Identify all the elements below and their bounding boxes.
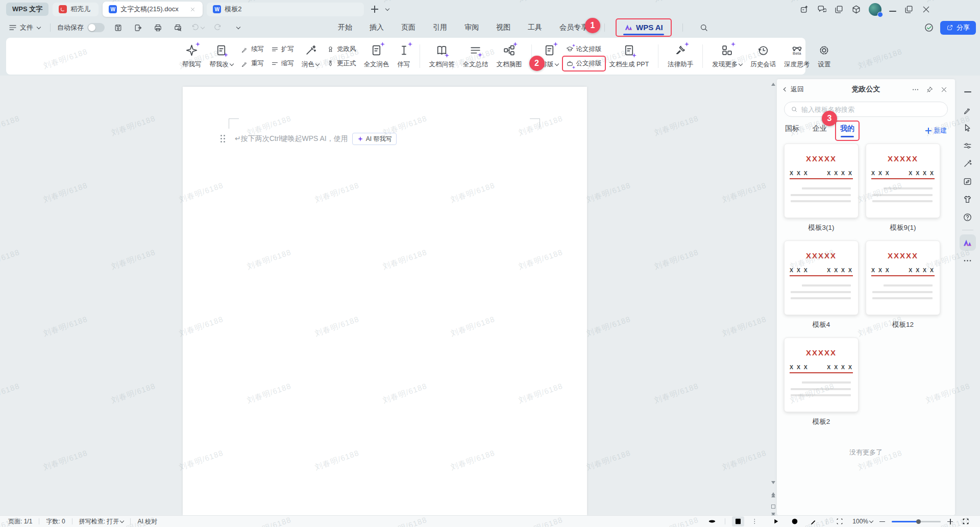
collapse-sidebar-icon[interactable] xyxy=(960,84,976,100)
print-preview-button[interactable] xyxy=(171,21,184,34)
doc-fix-check-icon[interactable] xyxy=(924,22,934,33)
close-button[interactable] xyxy=(921,5,931,14)
more-panels-icon[interactable] xyxy=(960,252,976,269)
ai-proofread[interactable]: AI 校对 xyxy=(137,517,157,526)
skin-theme-icon[interactable] xyxy=(960,191,976,207)
ribbon-continue-writing[interactable]: 续写 xyxy=(241,45,264,54)
tab-document-active[interactable]: W 文字文稿(215).docx xyxy=(103,2,203,17)
menu-view[interactable]: 视图 xyxy=(495,21,511,34)
tab-list-chevron[interactable] xyxy=(384,5,389,14)
scroll-up-arrow[interactable] xyxy=(769,83,777,86)
apps-box-icon[interactable] xyxy=(851,5,861,14)
edit-pen-icon[interactable] xyxy=(960,102,976,118)
ribbon-expand-text[interactable]: 扩写 xyxy=(271,45,294,54)
new-template-button[interactable]: 新建 xyxy=(925,126,947,135)
toolbar-more-chevron[interactable] xyxy=(231,21,244,34)
zoom-in-button[interactable] xyxy=(947,519,953,524)
ink-annotate-icon[interactable] xyxy=(807,516,820,526)
zoom-slider[interactable] xyxy=(892,518,941,524)
eye-protect-icon[interactable] xyxy=(706,516,718,526)
print-button[interactable] xyxy=(151,21,164,34)
tab-close-icon[interactable] xyxy=(188,5,197,13)
ribbon-settings[interactable]: 设置 xyxy=(814,44,834,69)
switch-window-icon[interactable] xyxy=(834,5,844,14)
ai-help-me-write-pill[interactable]: AI 帮我写 xyxy=(352,133,397,145)
ribbon-shorten-text[interactable]: 缩写 xyxy=(271,59,294,68)
page-view-icon-active[interactable] xyxy=(732,516,744,526)
spellcheck-status[interactable]: 拼写检查: 打开 xyxy=(79,517,124,526)
menu-tools[interactable]: 工具 xyxy=(527,21,543,34)
ribbon-doc-to-ppt[interactable]: 文档生成 PPT xyxy=(606,44,653,69)
ribbon-co-writing[interactable]: 伴写 xyxy=(394,44,414,69)
menu-review[interactable]: 审阅 xyxy=(463,21,480,34)
template-card[interactable]: XXXXX X X XX X X X 模板3(1) xyxy=(784,143,859,241)
word-count[interactable]: 字数: 0 xyxy=(46,517,65,526)
template-search-box[interactable] xyxy=(784,102,948,117)
menu-member[interactable]: 会员专享 1 xyxy=(558,21,589,34)
outline-view-icon[interactable] xyxy=(751,516,763,526)
restore-button[interactable] xyxy=(904,5,914,14)
tab-mine-active[interactable]: 我的 3 xyxy=(840,124,854,137)
select-cursor-icon[interactable] xyxy=(960,119,976,136)
ribbon-rewrite[interactable]: 重写 xyxy=(241,59,264,68)
paragraph-drag-handle[interactable] xyxy=(220,135,226,143)
adjust-sliders-icon[interactable] xyxy=(960,137,976,154)
ribbon-typeset[interactable]: 排版 2 xyxy=(537,44,562,69)
zoom-value[interactable]: 100% xyxy=(852,518,873,525)
ribbon-full-text-summary[interactable]: 全文总结 xyxy=(459,44,492,69)
ai-assistant-icon[interactable] xyxy=(799,5,809,14)
fit-page-icon[interactable] xyxy=(834,516,846,526)
ribbon-party-style[interactable]: 党政风 xyxy=(327,45,356,54)
template-card[interactable]: XXXXX X X XX X X X 模板4 xyxy=(784,241,859,338)
feedback-chat-icon[interactable] xyxy=(817,5,826,14)
previous-page-button[interactable] xyxy=(769,492,777,497)
fullscreen-icon[interactable] xyxy=(960,516,972,526)
ribbon-more-formal[interactable]: 更正式 xyxy=(327,59,356,68)
tab-national-standard[interactable]: 国标 xyxy=(785,124,799,137)
ribbon-legal-assistant[interactable]: 法律助手 xyxy=(664,44,697,69)
ribbon-doc-mindmap[interactable]: 文档脑图 xyxy=(493,44,526,69)
document-scrollbar[interactable] xyxy=(769,78,777,515)
zoom-out-button[interactable] xyxy=(879,519,885,524)
ribbon-help-me-edit[interactable]: 帮我改 xyxy=(206,44,237,69)
minimize-button[interactable] xyxy=(889,5,896,14)
undo-button[interactable] xyxy=(191,21,204,34)
template-card[interactable]: XXXXX X X XX X X X 模板12 xyxy=(866,241,940,338)
tab-template2[interactable]: W 模板2 xyxy=(207,3,364,16)
ribbon-thesis-typeset[interactable]: 论文排版 xyxy=(566,45,602,54)
tab-enterprise[interactable]: 企业 xyxy=(813,124,827,137)
ribbon-doc-qa[interactable]: 文档问答 xyxy=(426,44,458,69)
menu-insert[interactable]: 插入 xyxy=(369,21,385,34)
file-menu-button[interactable]: 文件 xyxy=(5,21,43,34)
user-avatar[interactable] xyxy=(869,3,881,16)
tab-docer[interactable]: 稻壳儿 xyxy=(53,3,99,16)
ribbon-polish[interactable]: 润色 xyxy=(298,44,323,69)
save-button[interactable] xyxy=(111,21,125,34)
menu-page[interactable]: 页面 xyxy=(400,21,416,34)
close-panel-icon[interactable] xyxy=(940,86,948,93)
command-search-icon[interactable] xyxy=(699,23,708,32)
template-search-input[interactable] xyxy=(801,106,941,113)
zoom-slider-knob[interactable] xyxy=(916,519,921,524)
template-card[interactable]: XXXXX X X XX X X X 模板9(1) xyxy=(866,143,940,241)
web-layout-icon[interactable] xyxy=(789,516,801,526)
help-icon[interactable] xyxy=(960,209,976,225)
panel-back-button[interactable]: 返回 xyxy=(784,85,804,94)
read-mode-icon[interactable] xyxy=(770,516,782,526)
scroll-down-arrow[interactable] xyxy=(769,481,777,484)
more-options-icon[interactable] xyxy=(912,86,919,93)
pin-panel-icon[interactable] xyxy=(926,86,934,93)
wps-ai-panel-icon-active[interactable] xyxy=(960,234,976,251)
export-pdf-button[interactable] xyxy=(131,21,144,34)
ribbon-discover-more[interactable]: 发现更多 xyxy=(708,44,746,69)
ink-tools-icon[interactable] xyxy=(960,173,976,189)
ribbon-full-text-polish[interactable]: 全文润色 xyxy=(360,44,393,69)
ribbon-deep-thinking[interactable]: Beta 深度思考 xyxy=(780,44,813,69)
document-page[interactable]: ↵按下两次Ctrl键唤起WPS AI，使用 AI 帮我写 xyxy=(183,87,587,515)
ribbon-history-chats[interactable]: 历史会话 xyxy=(747,44,779,69)
redo-button[interactable] xyxy=(211,21,224,34)
ribbon-help-me-write[interactable]: 帮我写 xyxy=(179,44,205,69)
ribbon-official-doc-typeset[interactable]: 公文排版 xyxy=(566,59,602,68)
autosave-toggle[interactable] xyxy=(87,23,105,32)
app-home-button[interactable]: WPS 文字 xyxy=(6,3,48,16)
